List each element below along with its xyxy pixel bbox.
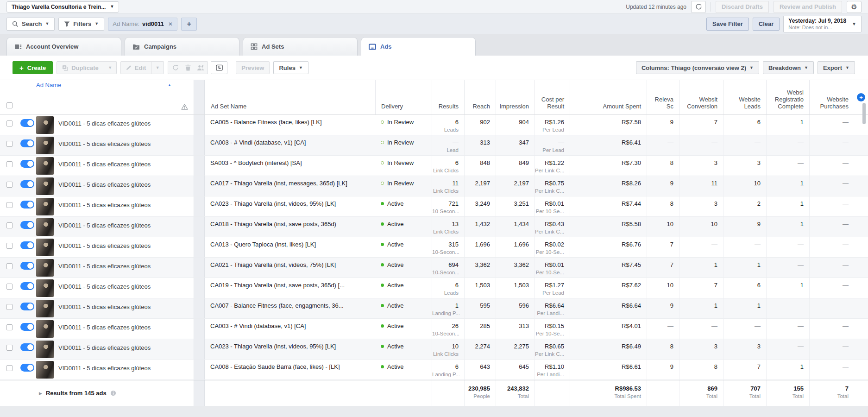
ad-status-toggle[interactable] — [20, 119, 34, 127]
ad-set-name-link[interactable]: CA023 - Thiago Varella (inst, videos, 95… — [205, 339, 375, 359]
delete-trash-icon[interactable] — [182, 64, 194, 71]
reach-header[interactable]: Reach — [464, 80, 496, 114]
row-checkbox[interactable] — [6, 345, 13, 351]
row-checkbox[interactable] — [6, 120, 13, 126]
audience-people-icon[interactable] — [194, 65, 207, 71]
expand-caret-icon[interactable]: ▶ — [39, 391, 42, 396]
ad-status-toggle[interactable] — [20, 303, 34, 310]
ad-name-link[interactable]: VID0011 - 5 dicas eficazes glúteos — [58, 365, 151, 372]
ad-status-toggle[interactable] — [20, 343, 34, 351]
split-test-icon-button[interactable] — [211, 61, 227, 74]
table-row[interactable]: VID0011 - 5 dicas eficazes glúteos CA021… — [0, 258, 868, 278]
duplicate-button[interactable]: Duplicate — [57, 61, 104, 74]
row-checkbox[interactable] — [6, 324, 13, 330]
tab-account-overview[interactable]: Account Overview — [6, 37, 121, 56]
ad-set-name-link[interactable]: CA007 - Balance Fitness (face, engagment… — [205, 298, 375, 318]
ad-set-name-link[interactable]: CA005 - Balance Fitness (face, likes) [L… — [205, 115, 375, 135]
ad-set-name-link[interactable]: CA017 - Thiago Varella (inst, messages, … — [205, 176, 375, 196]
ad-status-toggle[interactable] — [20, 160, 34, 168]
table-row[interactable]: VID0011 - 5 dicas eficazes glúteos SA003… — [0, 156, 868, 176]
ad-name-link[interactable]: VID0011 - 5 dicas eficazes glúteos — [58, 283, 151, 290]
table-row[interactable]: VID0011 - 5 dicas eficazes glúteos CA008… — [0, 360, 868, 380]
ad-name-link[interactable]: VID0011 - 5 dicas eficazes glúteos — [58, 344, 151, 351]
edit-dropdown[interactable]: ▼ — [151, 61, 164, 74]
row-checkbox[interactable] — [6, 304, 13, 310]
ad-set-name-link[interactable]: CA003 - # Vindi (database, v1) [CA] — [205, 319, 375, 339]
table-row[interactable]: VID0011 - 5 dicas eficazes glúteos CA003… — [0, 319, 868, 339]
table-row[interactable]: VID0011 - 5 dicas eficazes glúteos CA023… — [0, 196, 868, 217]
website-registration-header[interactable]: Websi Registratio Complete — [766, 80, 809, 114]
ad-set-name-link[interactable]: CA019 - Thiago Varella (inst, save posts… — [205, 278, 375, 298]
ad-set-name-link[interactable]: CA003 - # Vindi (database, v1) [CA] — [205, 135, 375, 155]
filter-chip-ad-name[interactable]: Ad Name: vid0011 ✕ — [108, 18, 177, 31]
ad-set-name-link[interactable]: CA021 - Thiago Varella (inst, videos, 75… — [205, 258, 375, 278]
settings-button[interactable]: ⚙ — [847, 1, 862, 13]
ad-name-link[interactable]: VID0011 - 5 dicas eficazes glúteos — [58, 181, 151, 188]
cost-per-result-header[interactable]: Cost per Result — [535, 80, 570, 114]
ad-status-toggle[interactable] — [20, 282, 34, 290]
rules-button[interactable]: Rules ▼ — [273, 61, 308, 74]
row-checkbox[interactable] — [6, 284, 13, 290]
row-checkbox[interactable] — [6, 202, 13, 208]
row-checkbox[interactable] — [6, 243, 13, 249]
ad-name-link[interactable]: VID0011 - 5 dicas eficazes glúteos — [58, 161, 151, 168]
ad-set-name-link[interactable]: CA008 - Estação Saude Barra (face, likes… — [205, 360, 375, 379]
tab-campaigns[interactable]: Campaigns — [125, 37, 239, 56]
ad-status-toggle[interactable] — [20, 139, 34, 147]
export-button[interactable]: Export ▼ — [818, 61, 855, 74]
ad-name-link[interactable]: VID0011 - 5 dicas eficazes glúteos — [58, 140, 151, 147]
ad-set-name-link[interactable]: CA018 - Thiago Varella (inst, save posts… — [205, 217, 375, 237]
ad-set-name-link[interactable]: CA023 - Thiago Varella (inst, videos, 95… — [205, 196, 375, 216]
results-summary[interactable]: ▶ Results from 145 ads — [0, 380, 194, 406]
row-checkbox[interactable] — [6, 365, 13, 371]
relevance-score-header[interactable]: Releva Sc — [647, 80, 679, 114]
ad-status-toggle[interactable] — [20, 323, 34, 331]
impressions-header[interactable]: Impression — [496, 80, 535, 114]
ad-name-link[interactable]: VID0011 - 5 dicas eficazes glúteos — [58, 303, 151, 310]
table-row[interactable]: VID0011 - 5 dicas eficazes glúteos CA018… — [0, 217, 868, 237]
ad-status-toggle[interactable] — [20, 180, 34, 188]
tab-ads[interactable]: Ads — [361, 37, 476, 56]
duplicate-dropdown[interactable]: ▼ — [104, 61, 117, 74]
columns-button[interactable]: Columns: Thiago (conversão view 2) ▼ — [636, 61, 759, 74]
search-button[interactable]: Search ▼ — [6, 18, 55, 31]
discard-drafts-button[interactable]: Discard Drafts — [716, 1, 769, 13]
table-row[interactable]: VID0011 - 5 dicas eficazes glúteos CA023… — [0, 339, 868, 360]
info-icon[interactable] — [110, 390, 116, 396]
ad-name-link[interactable]: VID0011 - 5 dicas eficazes glúteos — [58, 222, 151, 229]
create-button[interactable]: + Create — [13, 61, 53, 74]
website-leads-header[interactable]: Website Leads — [723, 80, 766, 114]
row-checkbox[interactable] — [6, 182, 13, 188]
results-header[interactable]: Results — [432, 80, 464, 114]
tab-ad-sets[interactable]: Ad Sets — [243, 37, 358, 56]
close-icon[interactable]: ✕ — [168, 21, 173, 27]
ad-status-toggle[interactable] — [20, 364, 34, 372]
breakdown-button[interactable]: Breakdown ▼ — [763, 61, 814, 74]
add-filter-button[interactable]: + — [181, 18, 197, 31]
ad-name-link[interactable]: VID0011 - 5 dicas eficazes glúteos — [58, 324, 151, 331]
ad-name-link[interactable]: VID0011 - 5 dicas eficazes glúteos — [58, 263, 151, 270]
review-and-publish-button[interactable]: Review and Publish — [774, 1, 842, 13]
ad-status-toggle[interactable] — [20, 262, 34, 270]
filters-button[interactable]: Filters ▼ — [58, 18, 104, 31]
row-checkbox[interactable] — [6, 222, 13, 228]
table-row[interactable]: VID0011 - 5 dicas eficazes glúteos CA013… — [0, 237, 868, 258]
ad-name-header[interactable]: Ad Name ▲ — [36, 80, 175, 114]
table-row[interactable]: VID0011 - 5 dicas eficazes glúteos CA017… — [0, 176, 868, 196]
add-column-button[interactable]: + — [857, 93, 865, 101]
row-checkbox[interactable] — [6, 141, 13, 147]
website-conversion-header[interactable]: Websit Conversion — [679, 80, 723, 114]
table-row[interactable]: VID0011 - 5 dicas eficazes glúteos CA005… — [0, 115, 868, 135]
ad-name-header-label[interactable]: Ad Name — [36, 82, 61, 88]
table-row[interactable]: VID0011 - 5 dicas eficazes glúteos CA019… — [0, 278, 868, 298]
save-filter-button[interactable]: Save Filter — [706, 18, 749, 31]
refresh-button[interactable] — [691, 1, 706, 13]
preview-button[interactable]: Preview — [236, 61, 270, 74]
row-checkbox[interactable] — [6, 161, 13, 167]
history-icon[interactable] — [169, 64, 182, 71]
ad-name-link[interactable]: VID0011 - 5 dicas eficazes glúteos — [58, 202, 151, 208]
row-checkbox[interactable] — [6, 263, 13, 269]
ad-status-toggle[interactable] — [20, 201, 34, 208]
website-purchases-header[interactable]: Website Purchases — [809, 80, 854, 114]
edit-button[interactable]: Edit — [120, 61, 152, 74]
